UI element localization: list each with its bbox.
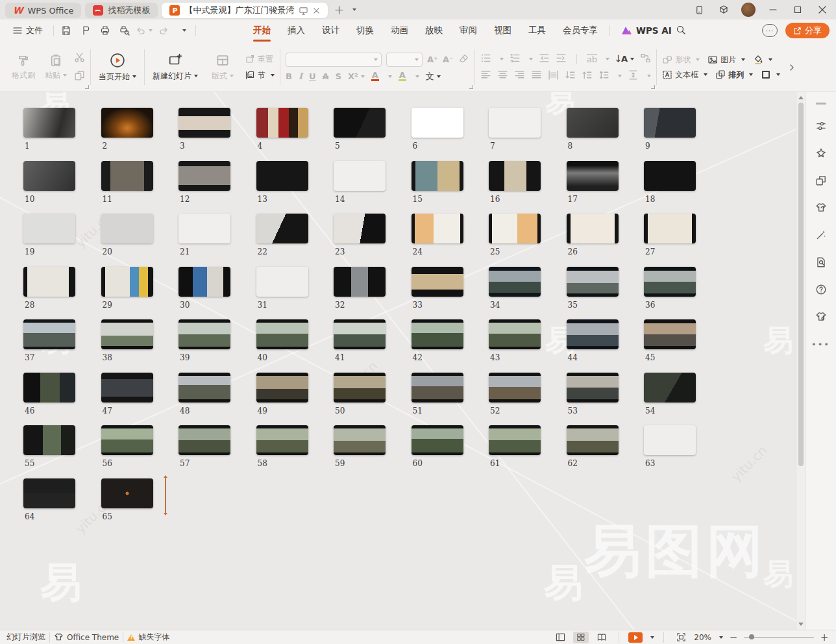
char-effect-button[interactable]: A — [323, 71, 329, 81]
slide-thumbnail[interactable] — [489, 425, 541, 455]
workspace-box-icon[interactable] — [713, 1, 735, 18]
slide-thumbnail[interactable] — [256, 425, 308, 455]
slide-thumbnail[interactable] — [489, 319, 541, 349]
slide-thumbnail[interactable] — [644, 267, 696, 297]
vertical-text-button[interactable]: A — [615, 54, 634, 64]
slide-item[interactable]: 65 — [101, 478, 157, 532]
tab-wps-home[interactable]: W WPS Office — [5, 3, 81, 18]
slide-thumbnail[interactable] — [412, 267, 463, 297]
textbox-button[interactable]: 文本框 — [662, 69, 707, 80]
slide-item[interactable]: 55 — [23, 425, 79, 478]
slide-thumbnail[interactable] — [101, 319, 153, 349]
slide-item[interactable]: 7 — [489, 108, 545, 161]
shape-fill-button[interactable] — [753, 55, 772, 65]
slide-thumbnail[interactable] — [23, 267, 75, 297]
document-find-icon[interactable] — [811, 253, 831, 272]
slide-item[interactable]: 34 — [489, 267, 545, 320]
picture-button[interactable]: 图片 — [707, 55, 745, 66]
ribbon-tab[interactable]: 视图 — [486, 21, 519, 40]
print-button[interactable] — [97, 23, 114, 38]
ribbon-expand-chevron[interactable] — [785, 44, 798, 90]
slide-thumbnail[interactable] — [23, 161, 75, 191]
decrease-indent-button[interactable] — [539, 53, 550, 66]
slide-thumbnail[interactable] — [644, 214, 696, 243]
new-tab-button[interactable] — [332, 3, 346, 17]
slide-thumbnail[interactable] — [489, 161, 541, 191]
slide-thumbnail[interactable] — [644, 161, 696, 191]
strikethrough-button[interactable]: S — [336, 71, 341, 81]
slide-item[interactable]: 58 — [256, 425, 312, 478]
feedback-icon[interactable]: ··· — [762, 24, 778, 37]
slide-thumbnail[interactable] — [567, 373, 619, 402]
slide-item[interactable]: 12 — [178, 161, 234, 214]
slide-item[interactable]: 4 — [256, 108, 312, 161]
numbering-button[interactable] — [510, 53, 521, 66]
slide-item[interactable]: 28 — [23, 267, 79, 320]
close-tab-icon[interactable] — [313, 7, 320, 14]
bullets-button[interactable] — [480, 53, 491, 66]
slide-item[interactable]: 6 — [412, 108, 467, 161]
slide-item[interactable]: 64 — [23, 478, 79, 532]
slide-thumbnail[interactable] — [101, 478, 153, 508]
vertical-scrollbar[interactable] — [796, 92, 805, 630]
underline-button[interactable]: U — [309, 71, 316, 81]
slide-item[interactable]: 24 — [412, 214, 467, 267]
slide-thumbnail[interactable] — [256, 108, 308, 138]
shapes-button[interactable]: 形状 — [662, 55, 700, 66]
slide-item[interactable]: 29 — [101, 267, 157, 320]
slide-item[interactable]: 10 — [23, 161, 79, 214]
slide-item[interactable]: 60 — [412, 425, 467, 478]
decrease-font-button[interactable]: A⁻ — [443, 55, 454, 64]
slide-thumbnail[interactable] — [489, 267, 541, 297]
zoom-slider[interactable] — [744, 637, 814, 638]
scroll-down-arrow[interactable] — [798, 623, 804, 626]
highlight-color-button[interactable]: A — [399, 72, 406, 81]
normal-view-button[interactable] — [552, 632, 568, 643]
ribbon-tab[interactable]: 会员专享 — [555, 21, 606, 40]
slide-thumbnail[interactable] — [23, 425, 75, 455]
new-slide-button[interactable]: 新建幻灯片 — [150, 52, 201, 83]
slideshow-options-chevron[interactable] — [650, 636, 654, 639]
slide-item[interactable]: 51 — [412, 373, 467, 426]
slide-thumbnail[interactable] — [178, 373, 230, 402]
slide-item[interactable]: 21 — [178, 214, 234, 267]
slide-sorter-canvas[interactable]: 易 易 易 易 易 易 易 易 yitu.cn yitu.cn yitu.cn … — [0, 92, 805, 630]
justify-button[interactable] — [531, 69, 542, 82]
slide-item[interactable]: 11 — [101, 161, 157, 214]
slide-item[interactable]: 19 — [23, 214, 79, 267]
font-color-button[interactable]: A — [371, 72, 379, 81]
slide-item[interactable]: 26 — [567, 214, 622, 267]
slide-item[interactable]: 49 — [256, 373, 312, 426]
slide-item[interactable]: 62 — [567, 425, 622, 478]
decrease-para-spacing-button[interactable] — [582, 69, 593, 82]
copy-button[interactable] — [74, 70, 85, 83]
line-spacing-button[interactable] — [598, 69, 609, 82]
slide-thumbnail[interactable] — [644, 373, 696, 402]
ribbon-tab[interactable]: 切换 — [349, 21, 382, 40]
superscript-button[interactable]: X² — [348, 71, 365, 81]
panel-collapse-handle[interactable] — [816, 103, 826, 105]
slide-thumbnail[interactable] — [412, 425, 463, 455]
more-tools-icon[interactable]: ••• — [811, 334, 831, 354]
tab-list-chevron[interactable] — [346, 3, 360, 17]
slide-item[interactable]: 17 — [567, 161, 622, 214]
slide-item[interactable]: 27 — [644, 214, 700, 267]
slide-thumbnail[interactable] — [334, 161, 386, 191]
slide-item[interactable]: 40 — [256, 319, 312, 373]
slide-thumbnail[interactable] — [101, 425, 153, 455]
slide-thumbnail[interactable] — [256, 161, 308, 191]
slide-item[interactable]: 59 — [334, 425, 389, 478]
slide-thumbnail[interactable] — [644, 425, 696, 455]
slide-thumbnail[interactable] — [334, 319, 386, 349]
shape-outline-button[interactable] — [761, 69, 780, 80]
align-center-button[interactable] — [497, 69, 508, 82]
help-icon[interactable] — [811, 280, 831, 299]
user-avatar[interactable] — [741, 3, 756, 17]
theme-indicator[interactable]: Office Theme — [54, 632, 119, 642]
clipboard-dialog-launcher[interactable] — [85, 85, 89, 89]
paragraph-dialog-launcher[interactable] — [651, 85, 655, 89]
print-preview-button[interactable] — [116, 23, 133, 38]
export-pdf-button[interactable] — [77, 23, 94, 38]
scrollbar-thumb[interactable] — [798, 103, 804, 466]
slide-item[interactable]: 14 — [334, 161, 389, 214]
